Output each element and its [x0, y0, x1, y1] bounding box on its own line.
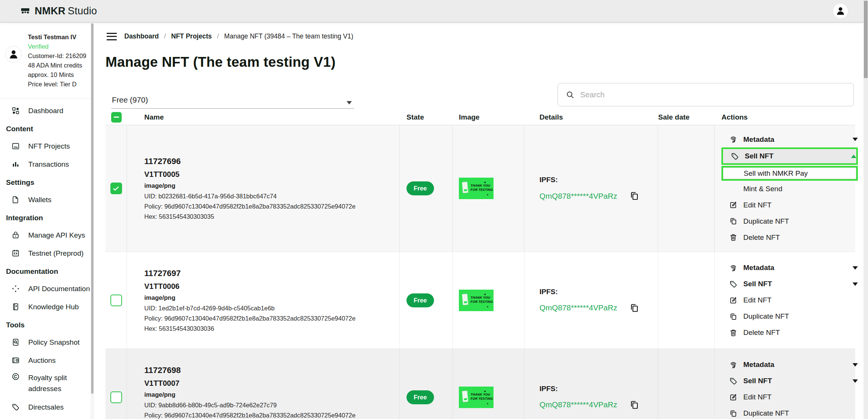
breadcrumb: Dashboard / NFT Projects / Manage NFT (3…	[124, 32, 353, 40]
copy-icon	[629, 303, 639, 313]
state-filter-select[interactable]: Free (970)	[111, 87, 354, 109]
chevron-up-icon	[851, 155, 856, 158]
edit-nft-button[interactable]: Edit NFT	[721, 197, 858, 213]
account-avatar[interactable]	[833, 3, 848, 19]
sidebar-item-wallets[interactable]: Wallets	[0, 190, 94, 209]
breadcrumb-dashboard[interactable]: Dashboard	[124, 32, 159, 40]
nft-thumbnail[interactable]: THANK YOUFOR TESTING ✦ ✦	[459, 387, 494, 408]
row-checkbox[interactable]	[110, 295, 122, 306]
cell-image: THANK YOUFOR TESTING ✦ ✦	[453, 252, 524, 348]
sparkle-icon: ✦	[486, 402, 489, 405]
menu-icon[interactable]	[107, 33, 117, 40]
sell-nft-dropdown[interactable]: Sell NFT	[721, 276, 858, 292]
duplicate-nft-button[interactable]: Duplicate NFT	[721, 213, 858, 229]
copy-button[interactable]	[629, 303, 639, 313]
column-header-name: Name	[127, 113, 400, 121]
code-board-icon	[11, 249, 20, 258]
ipfs-link[interactable]: QmQ878******4VPaRz	[539, 400, 617, 409]
nft-uid: UID: 1ed2b1ef-b7cd-4269-9d4b-c5405cab1e6…	[144, 305, 399, 312]
select-all-checkbox[interactable]	[111, 112, 122, 123]
verified-badge: Verified	[28, 42, 86, 51]
ipfs-link[interactable]: QmQ878******4VPaRz	[539, 192, 617, 201]
sidebar-item-policy-snapshot[interactable]: Policy Snapshot	[0, 333, 94, 351]
sparkle-icon: ✦	[483, 181, 486, 184]
sidebar-item-knowledge-hub[interactable]: Knowledge Hub	[0, 298, 94, 316]
copy-button[interactable]	[629, 400, 639, 410]
sidebar-item-nft-projects[interactable]: NFT Projects	[0, 137, 94, 155]
ipfs-label: IPFS:	[539, 288, 658, 296]
cell-sale-date	[658, 252, 715, 348]
sidebar-item-api-documentation[interactable]: API Documentation	[0, 279, 94, 298]
menu-item-sell-with-nmkr-pay[interactable]: Sell with NMKR Pay	[723, 167, 856, 179]
sidebar-item-transactions[interactable]: Transactions	[0, 155, 94, 173]
page-title: Manage NFT (The team testing V1)	[105, 54, 336, 70]
nft-uid: UID: b0232681-6b5d-417a-956d-381bbc647c7…	[144, 193, 399, 200]
row-checkbox[interactable]	[110, 391, 122, 403]
nmkr-studio-app: NMKRStudio Testi Testman IV Verified Cus…	[0, 0, 868, 419]
nft-policy: Policy: 96d9607c13040e47d9582f2b1e8a2ba7…	[144, 315, 399, 322]
nft-hex: Hex: 5631545430303036	[144, 325, 399, 332]
metadata-dropdown[interactable]: Metadata	[721, 131, 858, 147]
sell-nft-dropdown[interactable]: Sell NFT	[721, 373, 858, 389]
edit-nft-button[interactable]: Edit NFT	[721, 389, 858, 405]
cell-image: THANK YOUFOR TESTING ✦ ✦	[453, 125, 524, 252]
nft-token: V1TT0007	[144, 379, 399, 388]
row-checkbox-checked[interactable]	[110, 183, 122, 194]
approx-mints: approx. 10 Mints	[28, 70, 86, 80]
nft-token: V1TT0006	[144, 282, 399, 291]
edit-icon	[729, 393, 738, 402]
copy-button[interactable]	[629, 191, 639, 201]
copyright-icon	[11, 372, 20, 381]
sidebar-item-manage-api-keys[interactable]: Manage API Keys	[0, 226, 94, 244]
table-row: 11727698 V1TT0007 image/png UID: 9abb8d6…	[105, 349, 855, 419]
menu-item-mint-and-send[interactable]: Mint & Send	[721, 181, 858, 197]
page-scrollbar-thumb[interactable]	[864, 1, 868, 78]
sidebar-item-dashboard[interactable]: Dashboard	[0, 101, 94, 120]
duplicate-nft-button[interactable]: Duplicate NFT	[721, 308, 858, 325]
sidebar-item-testnet[interactable]: Testnet (Preprod)	[0, 244, 94, 262]
cell-actions: Metadata Sell NFT Sell with NMKR Pay	[715, 125, 858, 252]
nft-thumbnail[interactable]: THANK YOUFOR TESTING ✦ ✦	[459, 290, 494, 311]
sidebar-item-directsales[interactable]: Directsales	[0, 398, 94, 416]
edit-icon	[729, 296, 738, 305]
sidebar-item-royalty-split[interactable]: Royalty split addresses	[0, 369, 94, 398]
book-icon	[11, 302, 20, 311]
main-content: Dashboard / NFT Projects / Manage NFT (3…	[94, 23, 863, 419]
tag-icon	[729, 280, 738, 289]
metadata-dropdown[interactable]: Metadata	[721, 357, 858, 373]
table-header: Name State Image Details Sale date Actio…	[105, 109, 855, 125]
doc-search-icon	[11, 338, 20, 347]
cell-state: Free	[400, 125, 453, 252]
dashboard-icon	[11, 106, 20, 115]
thumb-graphic	[462, 181, 469, 193]
metadata-dropdown[interactable]: Metadata	[721, 260, 858, 276]
bar-chart-icon	[11, 160, 20, 169]
sell-nft-dropdown-expanded[interactable]: Sell NFT	[723, 149, 856, 163]
image-icon	[11, 142, 20, 150]
state-filter-value: Free (970)	[112, 95, 148, 104]
sparkle-icon: ✦	[486, 193, 489, 196]
duplicate-icon	[729, 217, 738, 226]
brand-logo[interactable]: NMKRStudio	[20, 5, 97, 17]
fingerprint-icon	[729, 361, 738, 369]
edit-icon	[729, 201, 738, 209]
column-header-sale-date: Sale date	[658, 113, 715, 121]
sell-nft-highlight: Sell NFT	[721, 147, 858, 165]
nft-thumbnail[interactable]: THANK YOUFOR TESTING ✦ ✦	[459, 178, 494, 199]
search-input[interactable]	[580, 90, 846, 99]
cell-name: 11727697 V1TT0006 image/png UID: 1ed2b1e…	[127, 252, 400, 348]
nft-id: 11727697	[144, 269, 399, 278]
user-summary: Testi Testman IV Verified Customer-Id: 2…	[0, 23, 94, 94]
delete-nft-button[interactable]: Delete NFT	[721, 229, 858, 246]
duplicate-nft-button[interactable]: Duplicate NFT	[721, 405, 858, 419]
chevron-down-icon	[853, 282, 858, 286]
column-header-state: State	[400, 113, 453, 121]
edit-nft-button[interactable]: Edit NFT	[721, 292, 858, 308]
breadcrumb-nft-projects[interactable]: NFT Projects	[171, 32, 212, 40]
person-icon	[8, 48, 20, 60]
sidebar-scrollbar-thumb[interactable]	[91, 23, 93, 394]
nft-table: Name State Image Details Sale date Actio…	[105, 109, 855, 419]
sidebar-item-auctions[interactable]: Auctions	[0, 351, 94, 369]
delete-nft-button[interactable]: Delete NFT	[721, 325, 858, 341]
ipfs-link[interactable]: QmQ878******4VPaRz	[539, 303, 617, 312]
